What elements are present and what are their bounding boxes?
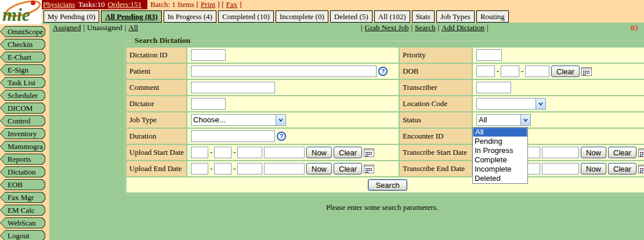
tab-my-pending[interactable]: My Pending (0) xyxy=(44,10,99,23)
clear-button[interactable]: Clear xyxy=(608,163,636,174)
upload-end-date-cell: -- Now Clear xyxy=(187,161,399,176)
sidebar-item-label: E-Sign xyxy=(1,65,45,75)
transcribe-start-time-input[interactable] xyxy=(542,147,579,158)
mie-logo-icon: mie xyxy=(0,0,42,24)
upload-start-month-input[interactable] xyxy=(191,147,208,158)
help-icon[interactable]: ? xyxy=(277,132,286,141)
help-icon[interactable]: ? xyxy=(378,67,388,76)
sidebar-item-scheduler[interactable]: Scheduler xyxy=(0,90,45,101)
calendar-icon[interactable] xyxy=(364,148,374,157)
sidebar-item-mammography[interactable]: Mammogra xyxy=(0,141,45,152)
sidebar-item-label: Control xyxy=(1,116,45,126)
job-type-select[interactable]: Choose... xyxy=(191,114,286,126)
status-select[interactable]: All xyxy=(476,114,531,126)
now-button[interactable]: Now xyxy=(306,163,332,174)
tab-all-pending[interactable]: All Pending (83) xyxy=(101,10,161,23)
now-button[interactable]: Now xyxy=(306,147,332,158)
sidebar-item-em-calc[interactable]: EM Calc xyxy=(0,205,45,216)
tab-routing[interactable]: Routing xyxy=(476,10,509,23)
clear-button[interactable]: Clear xyxy=(608,147,636,158)
sidebar-item-task-list[interactable]: Task List xyxy=(0,77,45,88)
top-bar: PhysiciansTasks:10Orders:151 Batch: 1 It… xyxy=(42,0,644,9)
upload-start-day-input[interactable] xyxy=(214,147,231,158)
print-link[interactable]: Print xyxy=(201,0,215,9)
tab-all[interactable]: All (102) xyxy=(374,10,410,23)
status-option-complete[interactable]: Complete xyxy=(473,155,527,165)
upload-end-day-input[interactable] xyxy=(214,163,231,174)
clear-button[interactable]: Clear xyxy=(551,66,580,77)
location-code-select[interactable] xyxy=(476,98,546,110)
assigned-link[interactable]: Assigned xyxy=(53,23,81,32)
tab-in-progress[interactable]: In Progress (4) xyxy=(164,10,216,23)
dob-year-input[interactable] xyxy=(525,66,549,77)
all-link[interactable]: All xyxy=(128,23,138,32)
patient-cell: ? xyxy=(187,64,399,79)
dictator-input[interactable] xyxy=(191,98,226,110)
dictation-id-input[interactable] xyxy=(191,49,226,61)
status-option-incomplete[interactable]: Incomplete xyxy=(473,165,527,174)
mie-logo[interactable]: mie xyxy=(0,0,42,24)
bracket: [ xyxy=(222,0,224,9)
upload-start-date-cell: -- Now Clear xyxy=(187,145,399,160)
status-option-pending[interactable]: Pending xyxy=(473,137,527,146)
pending-count-badge: 83 xyxy=(631,23,638,33)
tab-stats[interactable]: Stats xyxy=(412,10,435,23)
dob-month-input[interactable] xyxy=(476,66,495,77)
search-button[interactable]: Search xyxy=(368,179,407,191)
transcriber-label: Transcriber xyxy=(400,80,472,95)
upload-start-time-input[interactable] xyxy=(264,147,305,158)
tab-deleted[interactable]: Deleted (5) xyxy=(330,10,372,23)
fax-link[interactable]: Fax xyxy=(226,0,238,9)
calendar-icon[interactable] xyxy=(581,67,592,76)
status-option-all[interactable]: All xyxy=(473,128,527,137)
upload-end-date-label: Upload End Date xyxy=(126,161,186,176)
location-code-value xyxy=(477,99,536,109)
upload-end-time-input[interactable] xyxy=(264,163,305,174)
comment-input[interactable] xyxy=(191,82,275,93)
sidebar-item-logout[interactable]: Logout xyxy=(0,230,45,240)
sidebar-item-eob[interactable]: EOB xyxy=(0,179,45,190)
dob-day-input[interactable] xyxy=(501,66,519,77)
tab-job-types[interactable]: Job Types xyxy=(436,10,475,23)
sidebar-item-e-sign[interactable]: E-Sign xyxy=(0,64,45,75)
tab-incomplete[interactable]: Incomplete (0) xyxy=(276,10,328,23)
upload-end-month-input[interactable] xyxy=(191,163,208,174)
tab-completed[interactable]: Completed (10) xyxy=(218,10,274,23)
physicians-link[interactable]: Physicians xyxy=(43,0,75,9)
add-dictation-link[interactable]: Add Dictation xyxy=(442,23,484,32)
transcriber-cell xyxy=(473,80,644,95)
sidebar-item-dicom[interactable]: DICOM xyxy=(0,103,45,114)
sidebar-item-webscan[interactable]: WebScan xyxy=(0,217,45,228)
grab-next-job-link[interactable]: Grab Next Job xyxy=(365,23,409,32)
status-option-deleted[interactable]: Deleted xyxy=(473,174,527,183)
priority-input[interactable] xyxy=(476,49,502,61)
sidebar-item-checkin[interactable]: Checkin xyxy=(0,39,45,50)
sidebar-item-reports[interactable]: Reports xyxy=(0,154,45,165)
job-type-value: Choose... xyxy=(191,115,276,125)
location-code-cell xyxy=(473,96,644,111)
sidebar-item-omniscope[interactable]: OmniScope xyxy=(0,26,45,37)
transcriber-input[interactable] xyxy=(476,82,511,93)
clear-button[interactable]: Clear xyxy=(334,163,362,174)
priority-cell xyxy=(473,48,644,63)
transcribe-end-time-input[interactable] xyxy=(542,163,579,174)
calendar-icon[interactable] xyxy=(638,165,644,173)
sidebar-item-control[interactable]: Control xyxy=(0,115,45,126)
status-option-in-progress[interactable]: In Progress xyxy=(473,146,527,155)
search-link[interactable]: Search xyxy=(415,23,435,32)
upload-end-year-input[interactable] xyxy=(237,163,262,174)
calendar-icon[interactable] xyxy=(364,165,374,173)
calendar-icon[interactable] xyxy=(638,148,644,157)
sidebar-item-dictation[interactable]: Dictation xyxy=(0,166,45,177)
duration-input[interactable] xyxy=(191,130,275,142)
orders-link[interactable]: Orders:151 xyxy=(108,0,142,9)
clear-button[interactable]: Clear xyxy=(334,147,362,158)
now-button[interactable]: Now xyxy=(581,163,606,174)
sidebar-item-fax-mgr[interactable]: Fax Mgr xyxy=(0,192,45,203)
upload-start-year-input[interactable] xyxy=(237,147,262,158)
now-button[interactable]: Now xyxy=(581,147,606,158)
separator: | xyxy=(125,23,126,32)
sidebar-item-inventory[interactable]: Inventory xyxy=(0,128,45,139)
patient-input[interactable] xyxy=(191,66,377,77)
sidebar-item-e-chart[interactable]: E-Chart xyxy=(0,52,45,63)
